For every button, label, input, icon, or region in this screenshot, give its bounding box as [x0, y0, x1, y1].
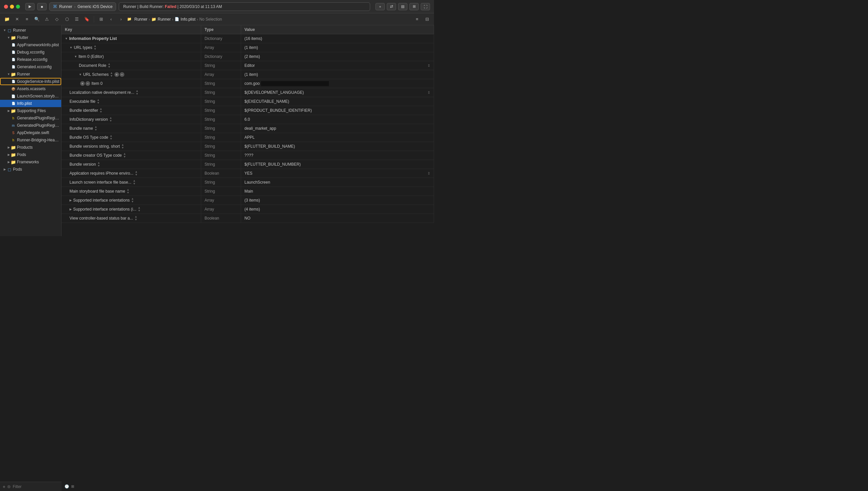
sidebar-item-launchscreen[interactable]: 📄 LaunchScreen.storyboard [0, 92, 61, 100]
sort-arrows[interactable]: ▲▼ [131, 197, 134, 203]
sort-arrows[interactable]: ▲▼ [136, 89, 139, 95]
sidebar-item-runner-project[interactable]: ◻ Runner [0, 27, 61, 34]
inspector-toggle-button[interactable]: ⊟ [423, 15, 431, 23]
table-row[interactable]: Information Property List Dictionary (16… [62, 34, 434, 43]
disclosure-icon[interactable] [69, 199, 72, 202]
table-row[interactable]: Supported interface orientations (i... ▲… [62, 205, 434, 214]
bookmark-button[interactable]: ◇ [53, 15, 61, 23]
table-row[interactable]: Item 0 (Editor) Dictionary (2 items) [62, 52, 434, 61]
code-review-button[interactable]: ⇄ [387, 3, 396, 10]
breadcrumb-runner2[interactable]: Runner [158, 17, 171, 22]
history-button[interactable]: ☰ [72, 15, 81, 23]
sidebar-item-flutter[interactable]: 📁 Flutter [0, 34, 61, 41]
disclosure-icon[interactable] [69, 46, 72, 49]
breakpoint-button[interactable]: ⬡ [62, 15, 71, 23]
table-row[interactable]: InfoDictionary version ▲▼ String 6.0 [62, 115, 434, 124]
table-row[interactable]: Bundle creator OS Type code ▲▼ String ??… [62, 151, 434, 160]
sidebar-item-pods[interactable]: 📁 Pods [0, 151, 61, 158]
sort-arrows[interactable]: ▲▼ [94, 45, 97, 51]
close-button[interactable] [4, 5, 8, 9]
sidebar-item-frameworks[interactable]: 📁 Frameworks [0, 158, 61, 166]
add-button[interactable]: + [376, 3, 385, 10]
sort-arrows[interactable]: ▲▼ [126, 188, 129, 194]
navigator-button[interactable]: ▤ [398, 3, 408, 10]
sidebar-item-generated-m[interactable]: m GeneratedPluginRegistrant.m [0, 122, 61, 129]
sort-arrows[interactable]: ▲▼ [134, 215, 137, 221]
table-row[interactable]: Document Role ▲▼ String Editor ⇕ [62, 61, 434, 70]
sort-arrows[interactable]: ▲▼ [109, 116, 112, 122]
table-row[interactable]: URL Schemes ▲▼ + − Array (1 item) [62, 70, 434, 79]
sidebar-item-infoplist[interactable]: 📄 Info.plist [0, 100, 61, 107]
breadcrumb-runner-icon: 📁 [127, 17, 133, 22]
sidebar-item-generated-xcconfig[interactable]: 📄 Generated.xcconfig [0, 63, 61, 70]
sidebar-item-runner-folder[interactable]: 📁 Runner [0, 70, 61, 78]
sort-arrows[interactable]: ▲▼ [133, 179, 136, 185]
disclosure-icon[interactable] [69, 208, 72, 211]
disclosure-icon[interactable] [74, 55, 77, 58]
sidebar-item-appframeworkinfo[interactable]: 📄 AppFrameworkInfo.plist [0, 41, 61, 49]
breadcrumb-infoplist[interactable]: Info.plist [181, 17, 196, 22]
run-button[interactable]: ▶ [25, 3, 35, 10]
table-row[interactable]: Application requires iPhone enviro... ▲▼… [62, 169, 434, 178]
sidebar-item-assets[interactable]: 📦 Assets.xcassets [0, 85, 61, 92]
maximize-button[interactable] [16, 5, 20, 9]
table-row[interactable]: Bundle identifier ▲▼ String $(PRODUCT_BU… [62, 106, 434, 115]
stop-button[interactable]: ■ [37, 3, 47, 10]
sidebar-item-googleservice[interactable]: 📄 GoogleService-Info.plist [0, 78, 61, 85]
scheme-selector[interactable]: ⌘ Runner › Generic iOS Device [49, 2, 116, 11]
breadcrumb-runner[interactable]: Runner [134, 17, 147, 22]
fullscreen-button[interactable]: ⛶ [421, 3, 430, 10]
minimize-button[interactable] [10, 5, 14, 9]
add-item-button[interactable]: + [80, 81, 85, 86]
back-button[interactable]: ‹ [107, 15, 115, 23]
table-row[interactable]: + − Item 0 String com.goo ██████████████… [62, 79, 434, 88]
table-row[interactable]: Bundle name ▲▼ String deali_market_app [62, 124, 434, 133]
sort-arrows[interactable]: ▲▼ [123, 152, 126, 158]
table-row[interactable]: Localization native development re... ▲▼… [62, 88, 434, 97]
add-item-button[interactable]: + [114, 72, 119, 77]
inspector-button[interactable]: ⊞ [409, 3, 419, 10]
table-row[interactable]: Supported interface orientations ▲▼ Arra… [62, 196, 434, 205]
table-row[interactable]: Main storyboard file base name ▲▼ String… [62, 187, 434, 196]
sort-arrows[interactable]: ▲▼ [94, 125, 97, 132]
sort-arrows[interactable]: ▲▼ [135, 170, 138, 176]
disclosure-icon[interactable] [65, 37, 68, 40]
remove-item-button[interactable]: − [120, 72, 124, 77]
properties-button[interactable]: ≡ [23, 15, 31, 23]
find-button[interactable]: 🔖 [83, 15, 91, 23]
sort-arrows[interactable]: ▲▼ [97, 98, 100, 105]
table-row[interactable]: View controller-based status bar a... ▲▼… [62, 214, 434, 223]
sort-arrows[interactable]: ▲▼ [108, 62, 111, 68]
table-row[interactable]: Launch screen interface file base... ▲▼ … [62, 178, 434, 187]
table-row[interactable]: Bundle versions string, short ▲▼ String … [62, 142, 434, 151]
list-view-button[interactable]: ≡ [413, 15, 421, 23]
grid-button[interactable]: ⊞ [97, 15, 106, 23]
sidebar-item-supporting-files[interactable]: 📁 Supporting Files [0, 107, 61, 114]
disclosure-icon[interactable] [79, 73, 82, 76]
sidebar-item-release-xcconfig[interactable]: 📄 Release.xcconfig [0, 56, 61, 63]
sidebar-item-generated-h[interactable]: h GeneratedPluginRegistrant.h [0, 114, 61, 122]
sort-arrows[interactable]: ▲▼ [138, 206, 141, 212]
table-row[interactable]: URL types ▲▼ Array (1 item) [62, 43, 434, 52]
sort-arrows[interactable]: ▲▼ [110, 71, 113, 78]
sidebar-item-bridging-header[interactable]: h Runner-Bridging-Header.h [0, 136, 61, 144]
sidebar-toggle-button[interactable]: 📁 [3, 15, 11, 23]
table-row[interactable]: Bundle version ▲▼ String $(FLUTTER_BUILD… [62, 160, 434, 169]
sort-arrows[interactable]: ▲▼ [121, 143, 124, 149]
sort-arrows[interactable]: ▲▼ [97, 161, 100, 167]
search-button[interactable]: 🔍 [33, 15, 41, 23]
key-cell: Bundle versions string, short ▲▼ [62, 142, 201, 151]
sort-arrows[interactable]: ▲▼ [99, 108, 102, 113]
warning-button[interactable]: ⚠ [42, 15, 51, 23]
table-row[interactable]: Bundle OS Type code ▲▼ String APPL [62, 133, 434, 142]
sort-arrows[interactable]: ▲▼ [110, 135, 113, 140]
remove-item-button[interactable]: − [86, 81, 90, 86]
no-editor-button[interactable]: ✕ [12, 15, 21, 23]
table-row[interactable]: Executable file ▲▼ String $(EXECUTABLE_N… [62, 97, 434, 106]
forward-button[interactable]: › [117, 15, 125, 23]
sidebar-item-appdelegate[interactable]: S AppDelegate.swift [0, 129, 61, 136]
sidebar-item-pods-project[interactable]: ◻ Pods [0, 166, 61, 173]
plist-icon: 📄 [11, 79, 16, 84]
sidebar-item-products[interactable]: 📁 Products [0, 144, 61, 151]
sidebar-item-debug-xcconfig[interactable]: 📄 Debug.xcconfig [0, 49, 61, 56]
